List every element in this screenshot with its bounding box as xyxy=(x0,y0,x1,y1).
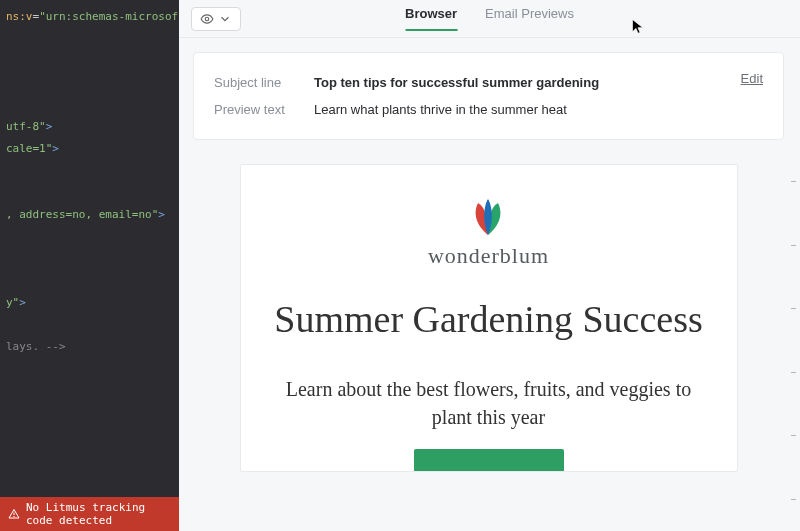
code-line[interactable] xyxy=(0,50,179,72)
subject-line-value: Top ten tips for successful summer garde… xyxy=(314,75,599,90)
code-line[interactable] xyxy=(0,94,179,116)
code-line[interactable] xyxy=(0,160,179,182)
topbar: Browser Email Previews xyxy=(179,0,800,38)
preview-tabs: Browser Email Previews xyxy=(405,6,574,31)
tab-browser[interactable]: Browser xyxy=(405,6,457,31)
visibility-dropdown-button[interactable] xyxy=(191,7,241,31)
code-editor-panel[interactable]: ns:v="urn:schemas-microsoft- utf-8">cale… xyxy=(0,0,179,531)
code-line[interactable]: lays. --> xyxy=(0,336,179,358)
code-line[interactable] xyxy=(0,28,179,50)
svg-point-1 xyxy=(14,516,15,517)
brand-name: wonderblum xyxy=(428,243,549,269)
edit-meta-link[interactable]: Edit xyxy=(741,71,763,86)
chevron-down-icon xyxy=(218,12,232,26)
preview-panel: Browser Email Previews Edit Subject line… xyxy=(179,0,800,531)
code-line[interactable]: , address=no, email=no"> xyxy=(0,204,179,226)
tracking-warning-banner: No Litmus tracking code detected xyxy=(0,497,179,531)
mouse-cursor-icon xyxy=(631,18,645,36)
tracking-warning-text: No Litmus tracking code detected xyxy=(26,501,171,527)
code-line[interactable] xyxy=(0,270,179,292)
code-line[interactable] xyxy=(0,72,179,94)
code-line[interactable] xyxy=(0,314,179,336)
preview-text-value: Learn what plants thrive in the summer h… xyxy=(314,102,567,117)
brand-logo: wonderblum xyxy=(428,197,549,269)
email-body-preview: wonderblum Summer Gardening Success Lear… xyxy=(240,164,738,472)
preview-text-label: Preview text xyxy=(214,102,314,117)
code-line[interactable] xyxy=(0,248,179,270)
subject-line-label: Subject line xyxy=(214,75,314,90)
email-meta-card: Edit Subject line Top ten tips for succe… xyxy=(193,52,784,140)
eye-icon xyxy=(200,12,214,26)
cta-button-peek[interactable] xyxy=(414,449,564,471)
code-line[interactable]: utf-8"> xyxy=(0,116,179,138)
code-line[interactable] xyxy=(0,182,179,204)
tab-email-previews[interactable]: Email Previews xyxy=(485,6,574,31)
code-line[interactable]: cale=1"> xyxy=(0,138,179,160)
code-line[interactable]: y"> xyxy=(0,292,179,314)
right-gutter xyxy=(786,150,800,531)
code-line[interactable]: ns:v="urn:schemas-microsoft- xyxy=(0,6,179,28)
warning-icon xyxy=(8,508,20,520)
email-headline: Summer Gardening Success xyxy=(274,297,702,343)
code-line[interactable] xyxy=(0,226,179,248)
svg-point-2 xyxy=(205,17,209,21)
flower-icon xyxy=(458,197,518,237)
email-subhead: Learn about the best flowers, fruits, an… xyxy=(269,375,709,431)
